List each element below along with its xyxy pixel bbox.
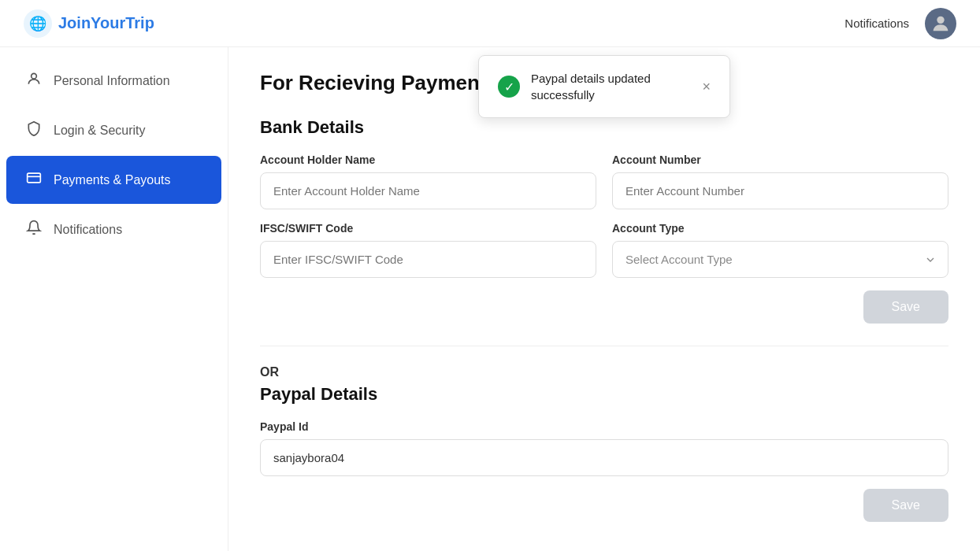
- account-holder-name-group: Account Holder Name: [260, 153, 596, 209]
- toast-close-button[interactable]: ×: [702, 80, 711, 94]
- paypal-id-input[interactable]: [260, 439, 948, 476]
- logo-text: JoinYourTrip: [58, 14, 154, 32]
- credit-card-icon: [25, 170, 43, 190]
- account-holder-name-input[interactable]: [260, 172, 596, 209]
- ifsc-swift-input[interactable]: [260, 241, 596, 278]
- toast-message: Paypal details updatedsuccessfully: [531, 70, 651, 103]
- paypal-id-label: Paypal Id: [260, 420, 948, 433]
- sidebar-label-login-security: Login & Security: [54, 124, 146, 138]
- account-type-group: Account Type Select Account Type Savings…: [612, 222, 948, 278]
- sidebar-label-payments-payouts: Payments & Payouts: [54, 173, 171, 187]
- account-number-input[interactable]: [612, 172, 948, 209]
- toast-notification: ✓ Paypal details updatedsuccessfully ×: [478, 55, 730, 118]
- account-type-label: Account Type: [612, 222, 948, 235]
- header-notifications-label: Notifications: [845, 17, 909, 30]
- sidebar-item-payments-payouts[interactable]: Payments & Payouts: [6, 156, 221, 204]
- account-holder-name-label: Account Holder Name: [260, 153, 596, 166]
- bank-details-row-1: Account Holder Name Account Number: [260, 153, 948, 209]
- account-type-select[interactable]: Select Account Type Savings Current Chec…: [612, 241, 948, 278]
- ifsc-swift-group: IFSC/SWIFT Code: [260, 222, 596, 278]
- logo[interactable]: 🌐 JoinYourTrip: [24, 9, 154, 38]
- bank-details-title: Bank Details: [260, 117, 948, 138]
- bank-details-section: Bank Details Account Holder Name Account…: [260, 117, 948, 324]
- bank-save-button[interactable]: Save: [863, 290, 948, 324]
- paypal-save-row: Save: [260, 489, 948, 522]
- header: 🌐 JoinYourTrip Notifications: [0, 0, 980, 47]
- logo-icon: 🌐: [24, 9, 52, 38]
- svg-point-0: [937, 16, 944, 23]
- svg-point-1: [32, 73, 37, 79]
- shield-icon: [25, 120, 43, 140]
- sidebar-item-login-security[interactable]: Login & Security: [6, 106, 221, 154]
- layout: Personal Information Login & Security Pa…: [0, 47, 980, 551]
- account-number-label: Account Number: [612, 153, 948, 166]
- paypal-section: OR Paypal Details Paypal Id Save: [260, 346, 948, 522]
- svg-rect-2: [28, 173, 41, 183]
- toast-success-icon: ✓: [498, 76, 520, 98]
- bank-details-row-2: IFSC/SWIFT Code Account Type Select Acco…: [260, 222, 948, 278]
- main-content: ✓ Paypal details updatedsuccessfully × F…: [228, 47, 980, 551]
- header-right: Notifications: [845, 8, 956, 39]
- paypal-details-title: Paypal Details: [260, 384, 948, 405]
- paypal-id-group: Paypal Id: [260, 420, 948, 476]
- account-number-group: Account Number: [612, 153, 948, 209]
- avatar[interactable]: [925, 8, 956, 39]
- person-icon: [25, 71, 43, 91]
- bank-save-row: Save: [260, 290, 948, 324]
- sidebar-label-personal-information: Personal Information: [54, 74, 170, 88]
- sidebar: Personal Information Login & Security Pa…: [0, 47, 228, 551]
- sidebar-item-personal-information[interactable]: Personal Information: [6, 57, 221, 105]
- sidebar-item-notifications[interactable]: Notifications: [6, 205, 221, 253]
- ifsc-swift-label: IFSC/SWIFT Code: [260, 222, 596, 235]
- sidebar-label-notifications: Notifications: [54, 223, 122, 237]
- bell-icon: [25, 220, 43, 239]
- paypal-save-button[interactable]: Save: [863, 489, 948, 522]
- or-text: OR: [260, 365, 948, 379]
